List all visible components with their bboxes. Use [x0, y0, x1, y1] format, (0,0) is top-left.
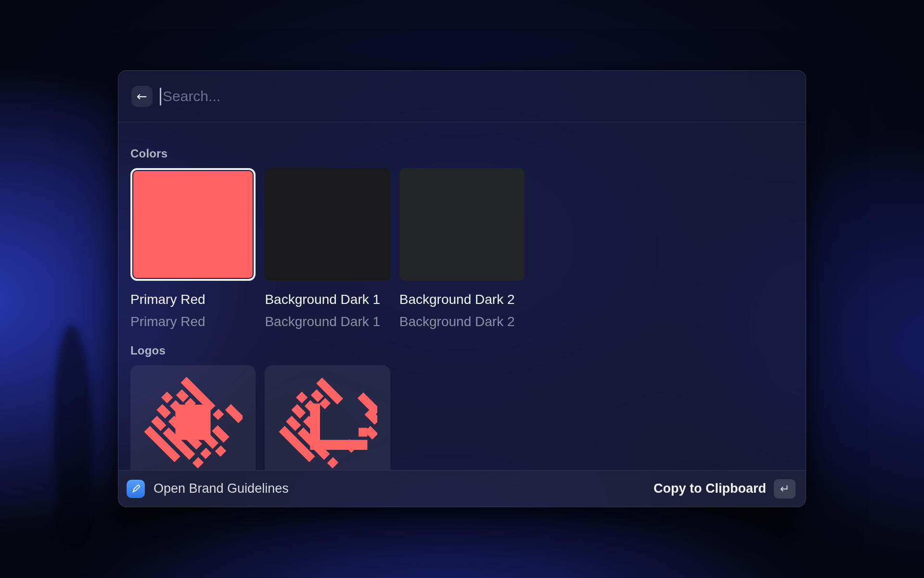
colors-grid: Primary Red Primary Red Background Dark … [130, 168, 794, 329]
color-subtitle: Background Dark 1 [265, 314, 390, 329]
swatch-frame [399, 168, 525, 281]
section-header-colors: Colors [130, 147, 794, 160]
paintbrush-icon [130, 483, 141, 495]
logo-card-outline[interactable] [265, 365, 390, 470]
color-swatch-primary-red [133, 171, 253, 278]
color-swatch-background-dark-2 [399, 168, 525, 281]
wallpaper-shadow-shape [54, 325, 92, 539]
swatch-frame [265, 168, 390, 281]
color-swatch-background-dark-1 [265, 168, 390, 281]
color-card-background-dark-1[interactable]: Background Dark 1 Background Dark 1 [265, 168, 390, 329]
desktop-wallpaper: ← Colors Primary Red Primary Red [0, 0, 924, 578]
search-bar: ← [118, 71, 806, 122]
section-header-logos: Logos [130, 344, 794, 357]
search-input[interactable] [163, 88, 794, 105]
return-key-badge: ↵ [774, 479, 796, 499]
logos-grid [130, 365, 794, 470]
brand-logomark-outline-icon [278, 374, 377, 470]
selection-ring [130, 168, 256, 281]
brand-guidelines-app-icon [127, 480, 145, 498]
brand-logomark-filled-icon [143, 374, 243, 470]
copy-to-clipboard-action[interactable]: Copy to Clipboard [654, 481, 766, 496]
color-card-background-dark-2[interactable]: Background Dark 2 Background Dark 2 [399, 168, 525, 329]
return-key-icon: ↵ [780, 482, 789, 496]
command-palette-window: ← Colors Primary Red Primary Red [118, 70, 806, 507]
open-brand-guidelines-action[interactable]: Open Brand Guidelines [154, 481, 289, 496]
back-arrow-icon: ← [137, 89, 147, 104]
color-subtitle: Background Dark 2 [399, 314, 525, 329]
logo-card-filled[interactable] [130, 365, 256, 470]
text-cursor [160, 88, 161, 105]
action-bar: Open Brand Guidelines Copy to Clipboard … [118, 470, 806, 507]
color-title: Background Dark 1 [265, 292, 390, 307]
color-title: Primary Red [130, 292, 256, 307]
back-button[interactable]: ← [131, 86, 153, 107]
color-subtitle: Primary Red [130, 314, 256, 329]
color-card-primary-red[interactable]: Primary Red Primary Red [130, 168, 256, 329]
wallpaper-shadow-shape-small [57, 510, 85, 545]
results-scroll-area[interactable]: Colors Primary Red Primary Red Backgroun… [118, 122, 806, 470]
color-title: Background Dark 2 [399, 292, 525, 307]
